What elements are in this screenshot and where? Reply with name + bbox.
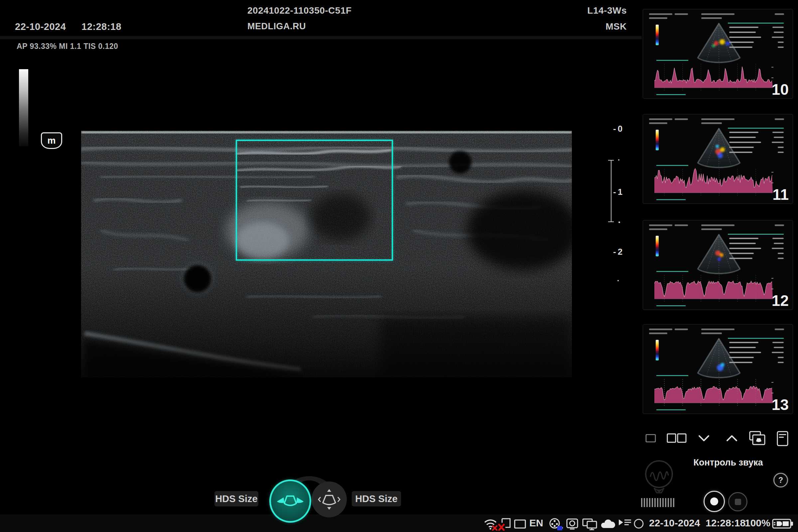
battery-percent: 100% xyxy=(745,517,771,529)
battery-charging-icon xyxy=(772,517,794,530)
sound-wave-icon[interactable] xyxy=(643,459,675,497)
probe-move-icon xyxy=(317,487,341,512)
header-date: 22-10-2024 xyxy=(15,21,66,32)
thumbnail-13[interactable]: 13 xyxy=(643,324,793,414)
focal-zone-cap-bottom xyxy=(608,222,614,222)
focal-zone-cap-top xyxy=(608,160,614,160)
thumb-color-map xyxy=(656,25,659,45)
trackball-rotate-button[interactable] xyxy=(269,479,311,523)
hds-size-left-text: HDS Size xyxy=(215,493,258,505)
dual-frame-icon[interactable] xyxy=(666,431,687,445)
thumb-measurement-table xyxy=(728,128,784,158)
display-error-icon[interactable] xyxy=(498,517,512,531)
depth-tick xyxy=(618,280,619,281)
gallery-stack-icon[interactable] xyxy=(748,431,766,446)
ultrasound-screen: 20241022-110350-C51F MEDLIGA.RU 22-10-20… xyxy=(0,0,798,532)
single-frame-icon[interactable] xyxy=(645,431,657,445)
thumb-spectral-trace xyxy=(654,61,774,93)
site-name: MEDLIGA.RU xyxy=(247,21,306,32)
help-button[interactable]: ? xyxy=(773,473,788,488)
depth-mark-0: -0 xyxy=(613,124,629,134)
language-indicator[interactable]: EN xyxy=(529,517,543,529)
header-separator xyxy=(0,36,642,39)
stop-button[interactable] xyxy=(728,492,747,511)
thumbnail-number: 13 xyxy=(772,397,789,412)
depth-mark-2: -2 xyxy=(613,247,629,257)
hds-size-label-left: HDS Size xyxy=(214,491,258,507)
depth-tick xyxy=(618,159,620,160)
sound-control-title: Контроль звука xyxy=(684,457,772,468)
thumb-spectral-trace xyxy=(654,166,774,198)
acoustic-output-readout: AP 93.33% MI 1.1 TIS 0.120 xyxy=(17,42,118,51)
record-dot-icon xyxy=(710,497,718,506)
stop-square-icon xyxy=(735,499,741,505)
help-question-icon: ? xyxy=(778,476,783,485)
volume-level-bars[interactable] xyxy=(641,498,674,507)
status-date: 22-10-2024 xyxy=(649,517,700,529)
hds-size-label-right: HDS Size xyxy=(352,491,401,507)
playlist-icon[interactable] xyxy=(617,517,632,529)
probe-rotate-icon xyxy=(276,492,305,510)
thumbnail-number: 11 xyxy=(773,187,789,202)
camera-icon[interactable] xyxy=(565,517,579,531)
status-time: 12:28:18 xyxy=(706,517,745,529)
vendor-logo: m xyxy=(41,132,62,149)
trackball-move-button[interactable] xyxy=(311,481,347,517)
thumb-measurement-table xyxy=(728,23,784,53)
thumbnail-12[interactable]: 12 xyxy=(643,220,793,310)
cloud-icon[interactable] xyxy=(600,517,616,530)
focal-zone-bar[interactable] xyxy=(611,160,611,222)
thumb-color-map xyxy=(656,130,659,150)
thumbnail-11[interactable]: 11 xyxy=(643,114,793,204)
report-list-icon[interactable] xyxy=(777,431,789,446)
depth-tick xyxy=(619,222,620,223)
thumb-measurement-table xyxy=(728,338,784,368)
vendor-logo-letter: m xyxy=(48,136,56,145)
thumb-spectral-trace xyxy=(654,272,774,304)
thumb-measurement-table xyxy=(728,234,784,264)
thumbnail-number: 12 xyxy=(772,293,789,308)
chevron-down-icon[interactable] xyxy=(698,431,710,445)
header-time: 12:28:18 xyxy=(81,21,121,32)
probe-name: L14-3Ws xyxy=(545,5,627,16)
thumbnail-10[interactable]: 10 xyxy=(643,9,793,99)
grayscale-map-bar xyxy=(19,69,28,146)
film-reel-icon[interactable] xyxy=(548,517,564,531)
dual-monitor-icon[interactable] xyxy=(582,517,598,531)
depth-mark-1: -1 xyxy=(613,187,629,197)
thumb-spectral-trace xyxy=(654,376,774,408)
window-icon[interactable] xyxy=(513,517,527,531)
hds-size-right-text: HDS Size xyxy=(355,493,397,505)
thumb-color-map xyxy=(656,340,659,360)
exam-id: 20241022-110350-C51F xyxy=(247,5,360,16)
sync-circle-icon xyxy=(633,518,644,529)
chevron-up-icon[interactable] xyxy=(725,431,738,445)
wifi-disconnected-icon[interactable] xyxy=(483,517,498,531)
thumbnail-number: 10 xyxy=(772,82,789,97)
thumb-color-map xyxy=(656,236,659,256)
preset-name: MSK xyxy=(545,21,627,32)
record-button[interactable] xyxy=(704,491,725,512)
color-roi-box[interactable] xyxy=(236,140,393,261)
